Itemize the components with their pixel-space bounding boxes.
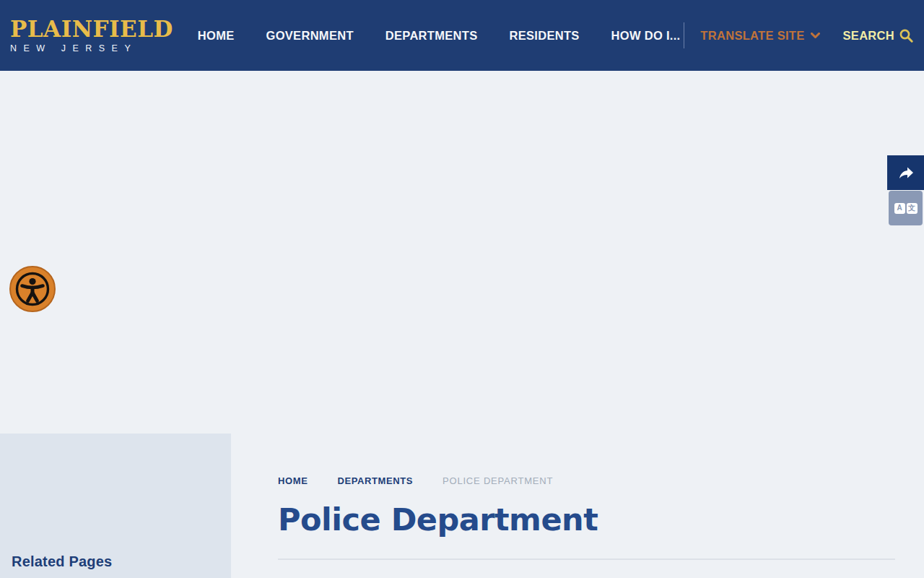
breadcrumb-current: POLICE DEPARTMENT xyxy=(443,475,553,486)
translate-icon: A 文 xyxy=(894,203,918,214)
main-content: HOME DEPARTMENTS POLICE DEPARTMENT Polic… xyxy=(231,434,924,578)
share-button[interactable] xyxy=(887,155,924,190)
share-arrow-icon xyxy=(897,164,915,181)
floating-tools: A 文 xyxy=(887,155,924,225)
translate-site-button[interactable]: TRANSLATE SITE xyxy=(700,29,819,43)
logo-title: PLAINFIELD xyxy=(10,17,173,41)
nav-item-home[interactable]: HOME xyxy=(198,29,235,43)
related-pages-title: Related Pages xyxy=(12,553,219,570)
breadcrumb-departments[interactable]: DEPARTMENTS xyxy=(337,475,413,486)
universal-access-icon xyxy=(14,270,51,308)
hero-section xyxy=(0,71,924,434)
search-icon xyxy=(899,28,914,43)
chevron-down-icon xyxy=(811,33,820,39)
search-label: SEARCH xyxy=(843,29,894,43)
logo-tagline: NEW JERSEY xyxy=(10,43,173,53)
search-button[interactable]: SEARCH xyxy=(843,28,914,43)
nav-item-departments[interactable]: DEPARTMENTS xyxy=(385,29,478,43)
nav-divider xyxy=(684,22,684,48)
content-divider xyxy=(278,558,895,560)
main-nav: HOME GOVERNMENT DEPARTMENTS RESIDENTS HO… xyxy=(198,29,681,43)
content-row: Related Pages HOME DEPARTMENTS POLICE DE… xyxy=(0,434,924,578)
page-title: Police Department xyxy=(278,504,895,536)
translate-site-label: TRANSLATE SITE xyxy=(700,29,804,43)
nav-item-residents[interactable]: RESIDENTS xyxy=(509,29,579,43)
top-nav-bar: PLAINFIELD NEW JERSEY HOME GOVERNMENT DE… xyxy=(0,0,924,71)
nav-item-how-do-i[interactable]: HOW DO I... xyxy=(611,29,681,43)
site-logo[interactable]: PLAINFIELD NEW JERSEY xyxy=(10,17,173,53)
breadcrumb-home[interactable]: HOME xyxy=(278,475,308,486)
translate-icon-letter-cjk: 文 xyxy=(907,203,918,214)
accessibility-button[interactable] xyxy=(9,266,56,312)
related-pages-sidebar: Related Pages xyxy=(0,434,231,578)
nav-item-government[interactable]: GOVERNMENT xyxy=(266,29,354,43)
breadcrumb: HOME DEPARTMENTS POLICE DEPARTMENT xyxy=(278,475,895,486)
translate-tool-button[interactable]: A 文 xyxy=(889,191,923,225)
translate-icon-letter-a: A xyxy=(894,203,905,214)
